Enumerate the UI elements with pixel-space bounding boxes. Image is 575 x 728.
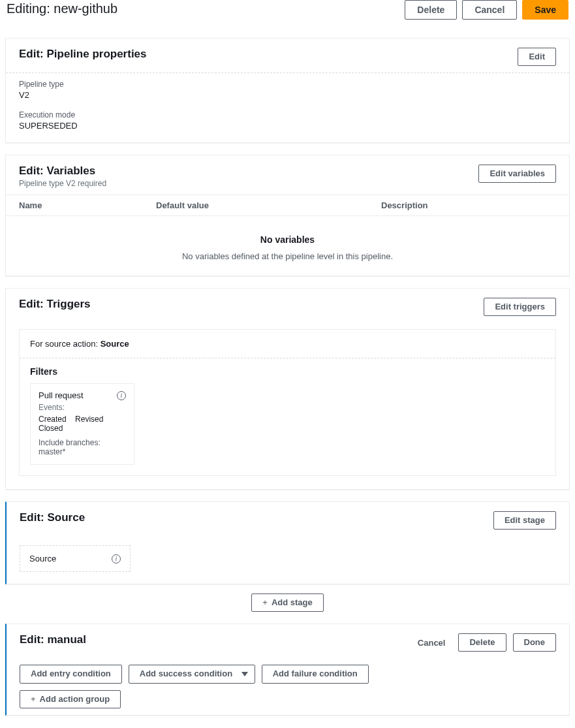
panel-head-variables: Edit: Variables Pipeline type V2 require… bbox=[6, 155, 569, 195]
panel-title: Edit: Variables bbox=[19, 165, 106, 178]
page-title: Editing: new-github bbox=[7, 1, 117, 16]
panel-pipeline-properties: Edit: Pipeline properties Edit Pipeline … bbox=[5, 38, 570, 143]
include-branches-label: Include branches: bbox=[39, 438, 101, 447]
add-stage-label: Add stage bbox=[272, 597, 313, 607]
cancel-button[interactable]: Cancel bbox=[462, 0, 517, 20]
edit-triggers-button[interactable]: Edit triggers bbox=[484, 298, 556, 316]
pipeline-type-value: V2 bbox=[19, 90, 556, 100]
trigger-source-box: For source action: Source Filters Pull r… bbox=[19, 329, 556, 476]
variables-empty-state: No variables No variables defined at the… bbox=[6, 216, 569, 276]
panel-head-source: Edit: Source Edit stage bbox=[7, 502, 569, 536]
add-action-group-button[interactable]: +Add action group bbox=[20, 690, 121, 708]
col-default: Default value bbox=[156, 200, 381, 210]
action-card-source: Source i bbox=[20, 545, 131, 572]
done-stage-button[interactable]: Done bbox=[513, 633, 557, 652]
panel-head-pipeline-properties: Edit: Pipeline properties Edit bbox=[6, 39, 569, 72]
add-stage-button[interactable]: +Add stage bbox=[251, 593, 323, 612]
action-name: Source bbox=[29, 554, 56, 563]
info-icon[interactable]: i bbox=[112, 554, 121, 563]
add-failure-condition-button[interactable]: Add failure condition bbox=[262, 665, 369, 684]
panel-triggers: Edit: Triggers Edit triggers For source … bbox=[5, 288, 570, 490]
add-success-condition-button[interactable]: Add success condition bbox=[129, 665, 255, 684]
panel-head-triggers: Edit: Triggers Edit triggers bbox=[6, 289, 569, 323]
for-source-action-value: Source bbox=[101, 339, 129, 349]
pipeline-properties-body: Pipeline type V2 Execution mode SUPERSED… bbox=[6, 72, 569, 142]
panel-manual-stage: Edit: manual Cancel Delete Done Add entr… bbox=[5, 624, 570, 716]
execution-mode-label: Execution mode bbox=[19, 110, 556, 119]
panel-title: Edit: manual bbox=[20, 633, 86, 646]
panel-head-manual: Edit: manual Cancel Delete Done bbox=[7, 624, 569, 658]
add-entry-condition-button[interactable]: Add entry condition bbox=[20, 665, 122, 684]
filter-card-pull-request: Pull request i Events: Created Revised C… bbox=[30, 383, 134, 465]
variables-subtitle: Pipeline type V2 required bbox=[19, 179, 106, 188]
delete-stage-button[interactable]: Delete bbox=[458, 633, 506, 652]
events-list: Created Revised Closed bbox=[39, 415, 126, 433]
event-closed: Closed bbox=[39, 424, 63, 433]
plus-icon: + bbox=[262, 597, 268, 607]
kv-execution-mode: Execution mode SUPERSEDED bbox=[19, 110, 556, 131]
panel-title: Edit: Pipeline properties bbox=[19, 48, 147, 61]
manual-stage-actions: Cancel Delete Done bbox=[411, 633, 556, 652]
edit-source-stage-button[interactable]: Edit stage bbox=[493, 511, 556, 530]
variables-table-header: Name Default value Description bbox=[6, 195, 569, 216]
trigger-source-head: For source action: Source bbox=[20, 330, 555, 358]
empty-subtitle: No variables defined at the pipeline lev… bbox=[6, 251, 569, 261]
info-icon[interactable]: i bbox=[117, 391, 126, 400]
execution-mode-value: SUPERSEDED bbox=[19, 121, 556, 131]
edit-pipeline-properties-button[interactable]: Edit bbox=[518, 48, 556, 66]
page-header: Editing: new-github Delete Cancel Save bbox=[5, 0, 570, 26]
include-branches-value: master* bbox=[39, 447, 65, 456]
include-branches: Include branches: master* bbox=[39, 438, 126, 456]
caret-down-icon bbox=[241, 668, 248, 681]
kv-pipeline-type: Pipeline type V2 bbox=[19, 80, 556, 100]
col-description: Description bbox=[381, 200, 556, 210]
header-actions: Delete Cancel Save bbox=[405, 0, 568, 20]
panel-variables: Edit: Variables Pipeline type V2 require… bbox=[5, 155, 570, 276]
filters-label: Filters bbox=[20, 358, 555, 383]
panel-source-stage: Edit: Source Edit stage Source i bbox=[5, 501, 570, 584]
add-action-group-label: Add action group bbox=[40, 694, 110, 704]
add-stage-row: +Add stage bbox=[5, 593, 570, 612]
panel-title: Edit: Triggers bbox=[19, 298, 91, 311]
edit-variables-button[interactable]: Edit variables bbox=[478, 165, 556, 183]
action-group-row: +Add action group bbox=[7, 690, 569, 715]
delete-button[interactable]: Delete bbox=[405, 0, 457, 20]
cancel-stage-button[interactable]: Cancel bbox=[411, 635, 452, 650]
filter-title: Pull request bbox=[39, 390, 84, 400]
col-name: Name bbox=[19, 200, 156, 210]
save-button[interactable]: Save bbox=[522, 0, 568, 20]
event-revised: Revised bbox=[75, 415, 103, 424]
plus-icon: + bbox=[31, 694, 36, 704]
empty-title: No variables bbox=[6, 234, 569, 245]
events-label: Events: bbox=[39, 403, 126, 412]
pipeline-type-label: Pipeline type bbox=[19, 80, 556, 89]
condition-buttons-row: Add entry condition Add success conditio… bbox=[7, 658, 569, 690]
add-success-condition-label: Add success condition bbox=[140, 669, 232, 678]
panel-title: Edit: Source bbox=[20, 511, 85, 524]
event-created: Created bbox=[39, 415, 67, 424]
svg-marker-0 bbox=[241, 672, 248, 676]
for-source-action-label: For source action: bbox=[30, 339, 101, 349]
